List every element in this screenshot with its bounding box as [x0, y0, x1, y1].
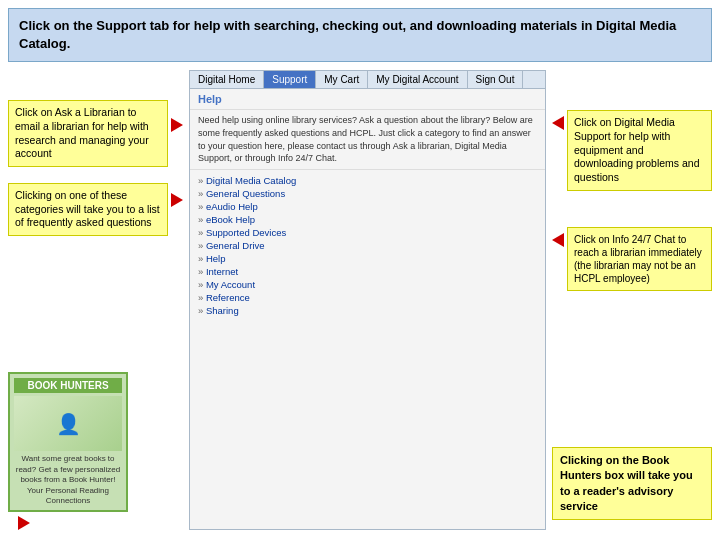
- book-hunters-arrow: [18, 516, 30, 530]
- categories-text: Clicking on one of these categories will…: [15, 189, 160, 228]
- category-supported-devices[interactable]: Supported Devices: [198, 226, 537, 239]
- categories-arrow: [171, 193, 183, 207]
- ask-librarian-arrow: [171, 118, 183, 132]
- library-nav: Digital Home Support My Cart My Digital …: [190, 71, 545, 89]
- digital-media-arrow: [552, 116, 564, 130]
- help-categories-list: Digital Media Catalog General Questions …: [190, 170, 545, 321]
- book-hunters-image: 👤: [14, 396, 122, 451]
- ask-librarian-text: Click on Ask a Librarian to email a libr…: [15, 106, 149, 159]
- book-hunters-text: Want some great books to read? Get a few…: [14, 454, 122, 506]
- top-info-text: Click on the Support tab for help with s…: [19, 18, 676, 51]
- category-general-questions[interactable]: General Questions: [198, 187, 537, 200]
- book-hunters-annotation: Clicking on the Book Hunters box will ta…: [552, 447, 712, 521]
- category-eaudio[interactable]: eAudio Help: [198, 200, 537, 213]
- category-internet[interactable]: Internet: [198, 265, 537, 278]
- category-general-drive[interactable]: General Drive: [198, 239, 537, 252]
- category-ebook[interactable]: eBook Help: [198, 213, 537, 226]
- digital-media-text: Click on Digital Media Support for help …: [574, 116, 700, 183]
- info247-arrow: [552, 233, 564, 247]
- book-hunters-title: BOOK HUNTERS: [14, 378, 122, 393]
- category-my-account[interactable]: My Account: [198, 278, 537, 291]
- nav-my-digital-account[interactable]: My Digital Account: [368, 71, 467, 88]
- nav-sign-out[interactable]: Sign Out: [468, 71, 524, 88]
- category-digital-media[interactable]: Digital Media Catalog: [198, 174, 537, 187]
- category-help[interactable]: Help: [198, 252, 537, 265]
- categories-annotation: Clicking on one of these categories will…: [8, 183, 168, 236]
- nav-my-cart[interactable]: My Cart: [316, 71, 368, 88]
- right-annotations: Click on Digital Media Support for help …: [552, 70, 712, 530]
- ask-librarian-annotation: Click on Ask a Librarian to email a libr…: [8, 100, 168, 167]
- library-site-mockup: Digital Home Support My Cart My Digital …: [189, 70, 546, 530]
- info247-text: Click on Info 24/7 Chat to reach a libra…: [574, 234, 702, 284]
- info247-annotation: Click on Info 24/7 Chat to reach a libra…: [567, 227, 712, 291]
- book-hunters-box[interactable]: BOOK HUNTERS 👤 Want some great books to …: [8, 372, 128, 512]
- nav-digital-home[interactable]: Digital Home: [190, 71, 264, 88]
- category-reference[interactable]: Reference: [198, 291, 537, 304]
- help-title: Help: [190, 89, 545, 110]
- left-annotations: Click on Ask a Librarian to email a libr…: [8, 70, 183, 530]
- help-description: Need help using online library services?…: [190, 110, 545, 169]
- nav-support[interactable]: Support: [264, 71, 316, 88]
- top-info-box: Click on the Support tab for help with s…: [8, 8, 712, 62]
- category-sharing[interactable]: Sharing: [198, 304, 537, 317]
- book-hunters-annotation-text: Clicking on the Book Hunters box will ta…: [560, 454, 693, 512]
- digital-media-annotation: Click on Digital Media Support for help …: [567, 110, 712, 190]
